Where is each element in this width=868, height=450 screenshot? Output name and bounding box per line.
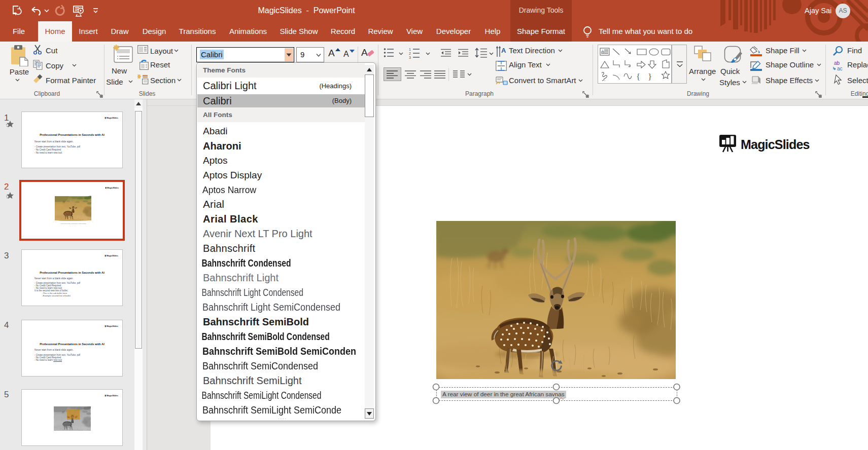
svg-text:A: A bbox=[501, 47, 506, 54]
svg-text:2: 2 bbox=[409, 52, 411, 55]
svg-text:1: 1 bbox=[409, 48, 411, 51]
svg-text:A: A bbox=[601, 49, 604, 54]
svg-text:{: { bbox=[636, 72, 640, 81]
svg-text:3: 3 bbox=[409, 56, 411, 59]
svg-text:ab: ab bbox=[834, 60, 840, 66]
svg-text:ac: ac bbox=[837, 66, 843, 71]
svg-text:}: } bbox=[648, 72, 652, 81]
